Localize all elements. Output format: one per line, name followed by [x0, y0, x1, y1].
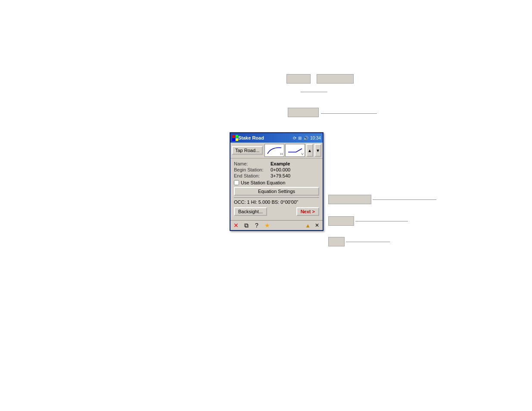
windows-logo-icon	[232, 135, 238, 141]
close-window-icon[interactable]: ✕	[313, 221, 321, 229]
bg-rect-4	[328, 195, 371, 204]
title-bar[interactable]: Stake Road ⟳ ⊞ 🔊 10:34	[230, 133, 323, 143]
begin-station-value: 0+00.000	[271, 167, 290, 172]
warning-icon: ▲	[305, 222, 311, 229]
toolbar: Tap Road... H V ▲ ▼	[230, 143, 323, 159]
star-icon[interactable]: ★	[263, 221, 271, 229]
equation-settings-button[interactable]: Equation Settings	[234, 187, 319, 196]
bg-line-5	[346, 242, 390, 242]
bg-rect-3	[288, 108, 319, 117]
content-area: Name: Example Begin Station: 0+00.000 En…	[230, 159, 323, 220]
bg-line-3	[373, 199, 436, 200]
horizontal-curve-svg	[267, 146, 282, 156]
bg-rect-6	[328, 237, 345, 246]
bg-rect-2	[317, 74, 354, 84]
time-display: 10:34	[310, 136, 321, 140]
dropdown-button[interactable]: ▼	[314, 144, 321, 157]
use-station-equation-label: Use Station Equation	[241, 180, 285, 185]
name-row: Name: Example	[234, 161, 319, 166]
stake-road-window: Stake Road ⟳ ⊞ 🔊 10:34 Tap Road... H	[230, 132, 324, 231]
sync-icon: ⟳	[293, 136, 296, 140]
end-station-value: 3+79.540	[271, 173, 290, 178]
taskbar-bottom: ✕ ⧉ ? ★ ▲ ✕	[230, 220, 323, 230]
bg-rect-5	[328, 216, 354, 226]
end-station-label: End Station:	[234, 173, 271, 178]
copy-icon[interactable]: ⧉	[243, 221, 250, 229]
use-station-equation-checkbox[interactable]	[234, 180, 239, 185]
network-icon: ⊞	[298, 136, 302, 140]
backsight-button[interactable]: Backsight...	[234, 207, 267, 216]
begin-station-label: Begin Station:	[234, 167, 271, 172]
name-label: Name:	[234, 161, 271, 166]
end-station-row: End Station: 3+79.540	[234, 173, 319, 178]
bg-rect-1	[286, 74, 311, 84]
bg-line-1	[301, 92, 327, 92]
road-preview-area: H V	[264, 144, 305, 157]
begin-station-row: Begin Station: 0+00.000	[234, 167, 319, 172]
action-buttons-row: Backsight... Next >	[234, 207, 319, 218]
window-title: Stake Road	[238, 135, 293, 140]
vertical-curve-svg	[287, 146, 303, 156]
help-icon[interactable]: ?	[253, 221, 261, 229]
close-icon[interactable]: ✕	[232, 221, 240, 229]
title-bar-controls: ⟳ ⊞ 🔊 10:34	[293, 136, 321, 140]
tap-road-button[interactable]: Tap Road...	[232, 146, 263, 155]
name-value: Example	[271, 161, 290, 166]
bg-line-2	[321, 113, 377, 114]
sound-icon: 🔊	[303, 136, 308, 140]
scroll-up-button[interactable]: ▲	[306, 144, 313, 157]
occ-info-text: OCC: 1 HI: 5.000 BS: 0°00'00"	[234, 199, 319, 205]
triangle-warning-icon: ▲	[305, 222, 311, 229]
next-button[interactable]: Next >	[296, 207, 319, 216]
vertical-preview-box: V	[285, 144, 305, 157]
use-station-equation-row: Use Station Equation	[234, 180, 319, 185]
divider	[234, 197, 319, 198]
bg-line-4	[355, 221, 408, 221]
horizontal-preview-box: H	[264, 144, 284, 157]
